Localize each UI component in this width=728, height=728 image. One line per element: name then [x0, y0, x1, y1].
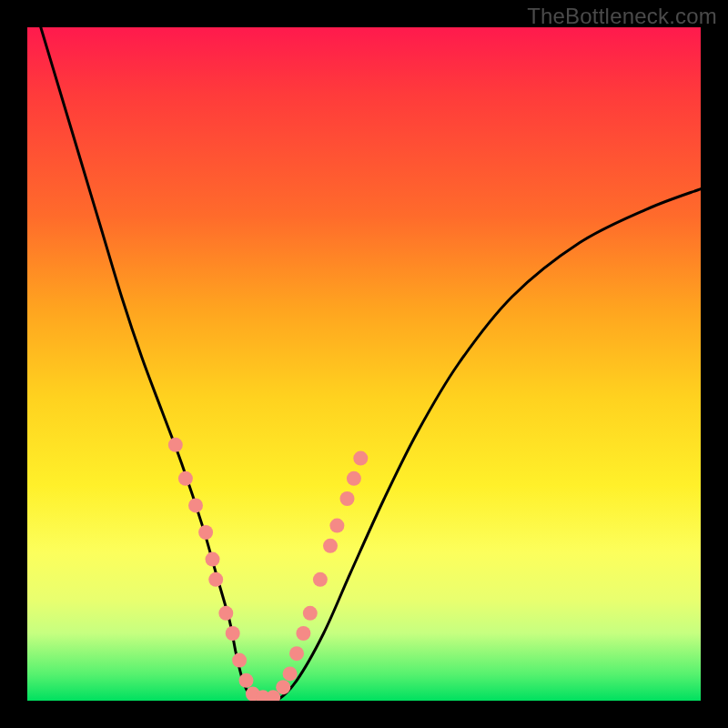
- chart-frame: TheBottleneck.com: [0, 0, 728, 728]
- chart-svg: [27, 27, 701, 701]
- highlight-dot: [296, 626, 310, 641]
- highlight-dot: [206, 552, 220, 567]
- highlight-dot: [168, 438, 183, 452]
- highlight-dots: [168, 438, 368, 701]
- bottleneck-curve: [41, 27, 701, 701]
- highlight-dot: [353, 451, 368, 466]
- highlight-dot: [283, 666, 298, 681]
- highlight-dot: [340, 491, 355, 506]
- highlight-dot: [347, 471, 361, 486]
- highlight-dot: [313, 572, 328, 587]
- highlight-dot: [329, 519, 344, 533]
- highlight-dot: [289, 646, 304, 661]
- watermark-text: TheBottleneck.com: [527, 4, 717, 29]
- highlight-dot: [198, 525, 213, 540]
- highlight-dot: [218, 606, 233, 621]
- highlight-dot: [323, 539, 338, 553]
- highlight-dot: [178, 471, 193, 486]
- highlight-dot: [188, 498, 203, 512]
- highlight-dot: [226, 626, 240, 641]
- plot-area: [27, 27, 701, 701]
- highlight-dot: [239, 673, 254, 688]
- highlight-dot: [208, 572, 223, 587]
- highlight-dot: [232, 653, 247, 668]
- highlight-dot: [276, 680, 290, 694]
- highlight-dot: [303, 606, 318, 621]
